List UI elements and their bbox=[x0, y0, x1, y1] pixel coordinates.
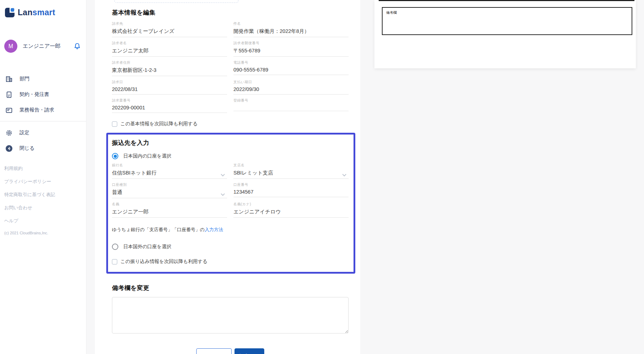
checkbox-icon bbox=[112, 121, 117, 127]
radio-selected-icon bbox=[112, 153, 118, 159]
transfer-grid: 銀行名 住信SBIネット銀行 支店名 SBIレミット支店 口座種別 普通 口座番… bbox=[112, 163, 349, 221]
remarks-textarea[interactable] bbox=[112, 297, 349, 333]
sidebar-menu: 部門 契約・発注書 業務報告・請求 設定 bbox=[0, 71, 86, 156]
sidebar-item-contracts[interactable]: 契約・発注書 bbox=[0, 87, 86, 102]
account-holder-input[interactable]: エンジニア一郎 bbox=[112, 207, 227, 218]
user-name: エンジニア一郎 bbox=[23, 43, 73, 50]
link-contact[interactable]: お問い合わせ bbox=[4, 205, 86, 211]
invoice-date-input[interactable]: 2022/08/31 bbox=[112, 85, 227, 95]
sidebar-item-label: 閉じる bbox=[19, 145, 35, 152]
basic-info-title: 基本情報を編集 bbox=[112, 8, 349, 17]
field-billing-to: 請求先 株式会社ダミーブレインズ bbox=[112, 21, 227, 37]
account-type-select[interactable]: 普通 bbox=[112, 187, 227, 198]
report-icon bbox=[5, 107, 13, 114]
remarks-title: 備考欄を変更 bbox=[112, 284, 349, 292]
sidebar: Lansmart M エンジニア一郎 部門 契約・発注書 bbox=[0, 0, 86, 354]
document-icon bbox=[5, 91, 13, 98]
field-invoice-number: 請求書番号 202209-00001 bbox=[112, 98, 227, 113]
cancel-button[interactable]: キャンセル bbox=[196, 348, 232, 354]
field-account-holder-kana: 名義(カナ) エンジニアイチロウ bbox=[233, 202, 349, 218]
sidebar-item-reports[interactable]: 業務報告・請求 bbox=[0, 102, 86, 118]
reuse-transfer-info-label: この振り込み情報を次回以降も利用する bbox=[120, 258, 208, 265]
form-actions: キャンセル 保存する bbox=[112, 348, 349, 354]
sidebar-divider bbox=[0, 121, 86, 121]
sidebar-item-settings[interactable]: 設定 bbox=[0, 125, 86, 141]
domestic-account-radio[interactable]: 日本国内の口座を選択 bbox=[112, 153, 349, 159]
field-account-holder: 名義 エンジニア一郎 bbox=[112, 202, 227, 218]
transfer-section: 振込先を入力 日本国内の口座を選択 銀行名 住信SBIネット銀行 支店名 SBI… bbox=[106, 133, 355, 274]
field-branch-name: 支店名 SBIレミット支店 bbox=[233, 163, 349, 179]
link-commercial-law[interactable]: 特定商取引に基づく表記 bbox=[4, 192, 86, 198]
field-account-type: 口座種別 普通 bbox=[112, 182, 227, 198]
user-row: M エンジニア一郎 bbox=[4, 40, 81, 53]
invoice-number-input[interactable]: 202209-00001 bbox=[112, 103, 227, 113]
sidebar-footer-links: 利用規約 プライバシーポリシー 特定商取引に基づく表記 お問い合わせ ヘルプ bbox=[4, 165, 86, 224]
field-biller-postal: 請求者郵便番号 〒555-6789 bbox=[233, 41, 349, 57]
chevron-down-icon[interactable] bbox=[221, 172, 225, 175]
field-account-number: 口座番号 1234567 bbox=[233, 182, 349, 198]
link-privacy-policy[interactable]: プライバシーポリシー bbox=[4, 178, 86, 185]
domestic-account-label: 日本国内の口座を選択 bbox=[123, 153, 171, 159]
yucho-howto-link[interactable]: 入力方法 bbox=[205, 227, 223, 232]
checkbox-icon bbox=[112, 259, 117, 264]
field-biller-name: 請求者名 エンジニア太郎 bbox=[112, 41, 227, 57]
bank-name-select[interactable]: 住信SBIネット銀行 bbox=[112, 168, 227, 179]
sidebar-item-label: 業務報告・請求 bbox=[19, 107, 54, 113]
chevron-down-icon[interactable] bbox=[342, 172, 346, 175]
transfer-title: 振込先を入力 bbox=[112, 139, 349, 147]
edit-form-panel: 基本情報を編集 請求先 株式会社ダミーブレインズ 件名 開発作業（稼働月：202… bbox=[95, 0, 360, 354]
brand-logo[interactable]: Lansmart bbox=[5, 8, 86, 17]
billing-to-input[interactable]: 株式会社ダミーブレインズ bbox=[112, 26, 227, 37]
sidebar-item-departments[interactable]: 部門 bbox=[0, 71, 86, 87]
reuse-transfer-info-checkbox[interactable]: この振り込み情報を次回以降も利用する bbox=[112, 258, 349, 265]
preview-remarks-label: 備考欄 bbox=[386, 10, 628, 15]
foreign-account-label: 日本国外の口座を選択 bbox=[123, 244, 171, 250]
due-date-input[interactable]: 2022/09/30 bbox=[233, 85, 349, 95]
phone-input[interactable]: 090-5555-6789 bbox=[233, 65, 349, 75]
foreign-account-radio[interactable]: 日本国外の口座を選択 bbox=[112, 244, 349, 250]
sidebar-item-close[interactable]: 閉じる bbox=[0, 141, 86, 156]
branch-name-select[interactable]: SBIレミット支店 bbox=[233, 168, 349, 179]
account-number-input[interactable]: 1234567 bbox=[233, 187, 349, 197]
field-subject: 件名 開発作業（稼働月：2022年8月） bbox=[233, 21, 349, 37]
brand-name: Lansmart bbox=[18, 8, 55, 17]
clipped-dashed-field bbox=[114, 0, 238, 3]
biller-name-input[interactable]: エンジニア太郎 bbox=[112, 46, 227, 57]
account-holder-kana-input[interactable]: エンジニアイチロウ bbox=[233, 207, 349, 218]
radio-unselected-icon bbox=[112, 244, 118, 250]
biller-postal-input[interactable]: 〒555-6789 bbox=[233, 46, 349, 57]
biller-address-input[interactable]: 東京都新宿区-1-2-3 bbox=[112, 65, 227, 76]
page: Lansmart M エンジニア一郎 部門 契約・発注書 bbox=[0, 0, 644, 354]
gear-icon bbox=[5, 129, 13, 137]
back-icon bbox=[5, 145, 13, 152]
field-biller-address: 請求者住所 東京都新宿区-1-2-3 bbox=[112, 60, 227, 76]
yucho-note: ゆうちょ銀行の「支店番号」「口座番号」の入力方法 bbox=[112, 227, 349, 233]
field-bank-name: 銀行名 住信SBIネット銀行 bbox=[112, 163, 227, 179]
reuse-basic-info-label: この基本情報を次回以降も利用する bbox=[120, 121, 198, 127]
registration-number-input[interactable] bbox=[233, 103, 349, 111]
link-terms[interactable]: 利用規約 bbox=[4, 165, 86, 172]
sidebar-item-label: 設定 bbox=[19, 130, 29, 136]
avatar[interactable]: M bbox=[4, 40, 17, 53]
basic-info-grid: 請求先 株式会社ダミーブレインズ 件名 開発作業（稼働月：2022年8月） 請求… bbox=[112, 21, 349, 116]
copyright: (c) 2021 CloudBrains,Inc. bbox=[4, 231, 86, 235]
sidebar-item-label: 契約・発注書 bbox=[19, 91, 49, 98]
link-help[interactable]: ヘルプ bbox=[4, 218, 86, 224]
save-button[interactable]: 保存する bbox=[235, 348, 264, 354]
field-invoice-date: 請求日 2022/08/31 bbox=[112, 80, 227, 95]
lansmart-logo-icon bbox=[5, 8, 15, 17]
field-due-date: 支払い期日 2022/09/30 bbox=[233, 80, 349, 95]
invoice-preview-panel: 備考欄 bbox=[374, 0, 636, 68]
reuse-basic-info-checkbox[interactable]: この基本情報を次回以降も利用する bbox=[112, 121, 349, 127]
field-phone: 電話番号 090-5555-6789 bbox=[233, 60, 349, 76]
building-icon bbox=[5, 75, 13, 83]
preview-table-bottom-border bbox=[379, 0, 634, 1]
field-registration-number: 登録番号 bbox=[233, 98, 349, 113]
subject-input[interactable]: 開発作業（稼働月：2022年8月） bbox=[233, 26, 349, 37]
bell-icon[interactable] bbox=[73, 42, 81, 50]
chevron-down-icon[interactable] bbox=[221, 191, 225, 194]
preview-remarks-box: 備考欄 bbox=[382, 7, 632, 35]
sidebar-item-label: 部門 bbox=[19, 76, 29, 82]
